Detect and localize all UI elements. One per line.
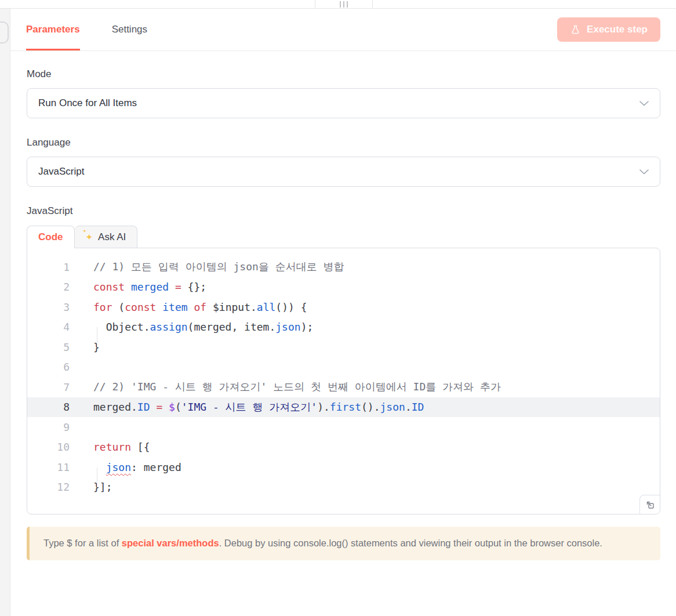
expand-icon [646, 501, 655, 509]
code-line-content: } [70, 341, 100, 353]
mode-select[interactable]: Run Once for All Items [27, 88, 660, 118]
line-number: 5 [27, 341, 70, 353]
line-number: 4 [27, 321, 70, 333]
sparkles-icon: ✦ ✦ [86, 233, 93, 241]
code-line-content: const merged = {}; [70, 281, 206, 293]
code-line-4[interactable]: 4Object.assign(merged, item.json); [27, 317, 660, 338]
code-line-8[interactable]: 8merged.ID = $('IMG - 시트 행 가져오기').first(… [27, 397, 660, 418]
code-line-content: merged.ID = $('IMG - 시트 행 가져오기').first()… [70, 400, 424, 414]
line-number: 10 [27, 441, 70, 453]
mode-select-value: Run Once for All Items [38, 97, 639, 109]
code-line-7[interactable]: 7// 2) 'IMG - 시트 행 가져오기' 노드의 첫 번째 아이템에서 … [27, 377, 660, 397]
javascript-code-field: JavaScript Code ✦ ✦ Ask AI 1// 1) 모든 입력 … [27, 205, 660, 514]
code-line-11[interactable]: 11json: merged [27, 457, 660, 477]
line-number: 1 [27, 261, 70, 273]
code-editor-lines: 1// 1) 모든 입력 아이템의 json을 순서대로 병합2const me… [27, 248, 660, 497]
language-label: Language [27, 137, 660, 148]
code-line-10[interactable]: 10return [{ [27, 437, 660, 458]
code-line-2[interactable]: 2const merged = {}; [27, 277, 660, 298]
code-line-1[interactable]: 1// 1) 모든 입력 아이템의 json을 순서대로 병합 [27, 257, 660, 277]
language-select[interactable]: JavaScript [27, 157, 660, 187]
expand-editor-button[interactable] [639, 495, 660, 514]
node-settings-panel: Parameters Settings Execute step Mode Ru… [10, 9, 676, 616]
line-number: 9 [27, 421, 70, 433]
code-line-6[interactable]: 6 [27, 357, 660, 378]
line-number: 12 [27, 481, 70, 493]
code-line-content: // 2) 'IMG - 시트 행 가져오기' 노드의 첫 번째 아이템에서 I… [70, 380, 501, 394]
hint-text: . Debug by using console.log() statement… [219, 538, 602, 548]
mode-field: Mode Run Once for All Items [27, 68, 660, 118]
panel-drag-handle[interactable] [315, 0, 373, 8]
code-line-content: }]; [70, 481, 112, 493]
code-param-label: JavaScript [27, 205, 660, 217]
collapsed-input-panel-corner [0, 21, 9, 44]
code-line-5[interactable]: 5} [27, 337, 660, 357]
tab-parameters[interactable]: Parameters [26, 9, 80, 50]
flask-icon [570, 24, 581, 35]
code-line-content: // 1) 모든 입력 아이템의 json을 순서대로 병합 [70, 260, 344, 274]
node-settings-header: Parameters Settings Execute step [10, 9, 676, 51]
code-line-12[interactable]: 12}]; [27, 477, 660, 498]
code-editor[interactable]: 1// 1) 모든 입력 아이템의 json을 순서대로 병합2const me… [27, 248, 660, 514]
chevron-down-icon [639, 169, 649, 175]
execute-step-button[interactable]: Execute step [557, 17, 660, 42]
code-line-content: return [{ [70, 441, 150, 453]
left-panel-edge [0, 9, 10, 616]
code-editor-tabs: Code ✦ ✦ Ask AI [27, 226, 660, 248]
line-number: 3 [27, 301, 70, 313]
code-line-content: for (const item of $input.all()) { [70, 301, 307, 313]
special-vars-link[interactable]: special vars/methods [122, 538, 219, 548]
panel-resize-strip [0, 0, 676, 9]
line-number: 7 [27, 381, 70, 393]
code-line-9[interactable]: 9 [27, 417, 660, 437]
line-number: 6 [27, 361, 70, 373]
mode-label: Mode [27, 68, 660, 80]
line-number: 2 [27, 281, 70, 293]
language-field: Language JavaScript [27, 137, 660, 187]
hint-text: Type $ for a list of [43, 538, 122, 548]
line-number: 8 [27, 401, 70, 413]
code-hint-callout: Type $ for a list of special vars/method… [27, 527, 660, 560]
code-line-content: Object.assign(merged, item.json); [70, 321, 313, 333]
tab-ask-ai[interactable]: ✦ ✦ Ask AI [75, 226, 138, 248]
tab-settings[interactable]: Settings [112, 9, 147, 50]
header-tabs: Parameters Settings [26, 9, 147, 50]
parameters-content: Mode Run Once for All Items Language Jav… [10, 51, 676, 560]
code-line-content: json: merged [70, 461, 181, 473]
line-number: 11 [27, 461, 70, 473]
tab-code[interactable]: Code [27, 226, 75, 248]
chevron-down-icon [639, 101, 649, 106]
language-select-value: JavaScript [38, 166, 639, 177]
code-line-3[interactable]: 3for (const item of $input.all()) { [27, 297, 660, 317]
